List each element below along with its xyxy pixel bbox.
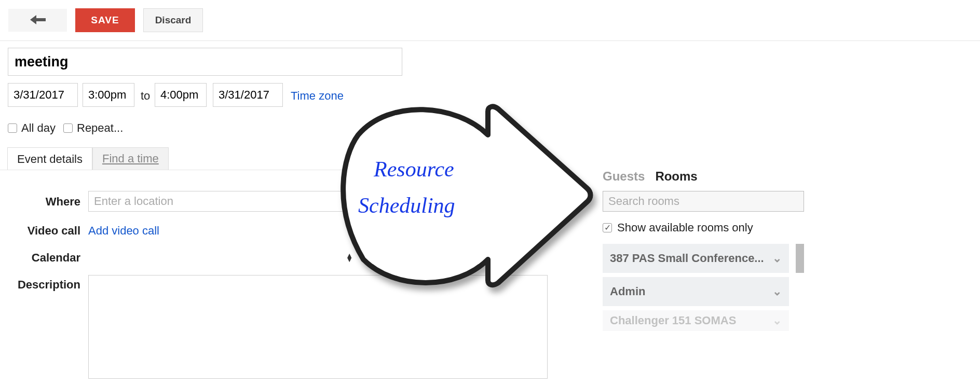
rooms-scrollbar[interactable] [796,244,804,273]
repeat-label: Repeat... [77,121,123,135]
room-row[interactable]: Challenger 151 SOMAS ⌄ [603,310,789,331]
show-available-checkbox[interactable] [603,223,612,232]
back-arrow-icon [29,14,47,27]
timezone-link[interactable]: Time zone [291,89,344,103]
room-name: Admin [610,285,645,298]
tab-event-details[interactable]: Event details [7,147,92,170]
to-label: to [141,89,150,103]
chevron-down-icon: ⌄ [772,314,782,327]
tab-find-a-time[interactable]: Find a time [92,147,169,170]
repeat-checkbox[interactable] [63,123,73,133]
show-available-label: Show available rooms only [617,221,753,235]
tab-underline [0,170,550,170]
room-name: 387 PAS Small Conference... [610,252,764,265]
room-row[interactable]: Admin ⌄ [603,277,789,306]
save-button[interactable]: SAVE [75,8,135,32]
annotation-arrow: Resource Scheduling [327,104,597,291]
description-label: Description [0,278,80,292]
tab-rooms[interactable]: Rooms [655,169,697,184]
calendar-label: Calendar [0,251,80,265]
where-label: Where [0,195,80,209]
event-title-input[interactable] [8,48,402,76]
search-rooms-input[interactable] [603,191,804,212]
tab-guests[interactable]: Guests [603,169,645,184]
end-time-input[interactable] [155,83,207,107]
add-video-call-link[interactable]: Add video call [88,224,159,238]
start-date-input[interactable] [8,83,78,107]
chevron-down-icon: ⌄ [772,285,782,298]
room-row[interactable]: 387 PAS Small Conference... ⌄ [603,244,789,273]
description-textarea[interactable] [88,275,548,379]
select-arrows-icon: ▲▼ [346,253,353,261]
all-day-checkbox[interactable] [8,123,17,133]
annotation-text-2: Scheduling [358,194,455,217]
annotation-text-1: Resource [373,157,454,181]
video-call-label: Video call [0,224,80,238]
toolbar-divider [0,40,980,41]
where-input[interactable] [88,191,358,212]
end-date-input[interactable] [213,83,283,107]
room-name: Challenger 151 SOMAS [610,314,736,327]
chevron-down-icon: ⌄ [772,252,782,265]
back-button[interactable] [8,8,67,32]
all-day-label: All day [21,121,56,135]
start-time-input[interactable] [83,83,134,107]
discard-button[interactable]: Discard [143,8,203,32]
